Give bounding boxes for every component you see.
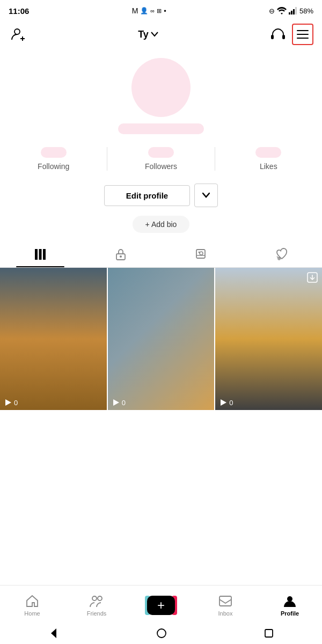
username-dropdown[interactable]: Ty — [138, 29, 158, 40]
play-icon-2 — [112, 399, 120, 406]
grid-icon: ⊞ — [157, 8, 162, 14]
tab-private[interactable] — [80, 241, 161, 267]
tag-icon — [195, 248, 208, 261]
status-icons: M 👤 ∞ ⊞ • — [132, 6, 166, 15]
svg-point-4 — [14, 29, 20, 34]
svg-rect-10 — [39, 249, 42, 260]
avatar — [131, 58, 191, 117]
system-nav — [0, 623, 322, 644]
username-display-bar — [118, 123, 204, 134]
grid-tab-icon — [34, 248, 47, 261]
nav-plus[interactable]: + — [129, 596, 193, 615]
video-grid: 0 0 0 — [0, 268, 322, 410]
plus-text: + — [157, 599, 165, 612]
back-button[interactable] — [48, 627, 60, 639]
status-bar: 11:06 M 👤 ∞ ⊞ • ⊖ 58% — [0, 0, 322, 19]
headphone-icon[interactable] — [268, 25, 288, 44]
no-sound-icon: ⊖ — [269, 7, 275, 15]
svg-marker-19 — [5, 399, 11, 406]
recents-button[interactable] — [264, 628, 274, 639]
signal-icon — [289, 7, 297, 14]
liked-icon — [275, 248, 288, 261]
inbox-icon — [218, 594, 232, 608]
video-thumb-3[interactable]: 0 — [215, 268, 322, 410]
voicemail-icon: ∞ — [150, 8, 155, 14]
followers-stat[interactable]: Followers — [107, 147, 215, 171]
menu-button[interactable] — [292, 24, 313, 45]
following-label: Following — [38, 162, 69, 171]
likes-stat[interactable]: Likes — [215, 147, 322, 171]
svg-marker-28 — [51, 628, 56, 638]
followers-count-bubble — [148, 147, 174, 158]
video-thumb-1[interactable]: 0 — [0, 268, 107, 410]
nav-home[interactable]: Home — [0, 594, 64, 617]
svg-rect-0 — [289, 12, 290, 14]
following-count-bubble — [41, 147, 67, 158]
play-icon-1 — [4, 399, 12, 406]
top-nav-left — [9, 25, 28, 44]
wifi-icon — [277, 7, 287, 14]
download-icon — [307, 272, 318, 283]
svg-rect-9 — [35, 249, 38, 260]
svg-point-25 — [98, 596, 102, 601]
notification-icon: 👤 — [140, 7, 148, 14]
plus-inner: + — [147, 596, 175, 615]
followers-label: Followers — [145, 162, 177, 171]
username-text: Ty — [138, 29, 149, 40]
caret-down-icon — [202, 193, 210, 198]
dot-icon: • — [164, 7, 166, 15]
svg-rect-11 — [43, 249, 46, 260]
likes-label: Likes — [260, 162, 277, 171]
profile-icon — [283, 594, 297, 608]
video-thumb-2[interactable]: 0 — [108, 268, 215, 410]
nav-profile[interactable]: Profile — [258, 594, 322, 617]
profile-label: Profile — [281, 610, 299, 617]
top-nav: Ty — [0, 19, 322, 49]
menu-line-3 — [297, 38, 309, 39]
svg-point-17 — [200, 252, 203, 255]
top-nav-right — [268, 24, 313, 45]
tab-liked[interactable] — [241, 241, 322, 267]
status-time: 11:06 — [9, 6, 29, 16]
gmail-icon: M — [132, 6, 138, 15]
status-right: ⊖ 58% — [269, 7, 313, 15]
friends-icon — [89, 594, 104, 608]
home-button[interactable] — [156, 627, 167, 639]
svg-rect-7 — [271, 35, 274, 39]
add-bio-button[interactable]: + Add bio — [133, 216, 190, 233]
chevron-down-icon — [151, 32, 158, 37]
edit-profile-button[interactable]: Edit profile — [104, 185, 190, 206]
more-options-button[interactable] — [194, 184, 218, 207]
action-row: Edit profile — [104, 184, 218, 207]
svg-marker-23 — [221, 399, 226, 406]
stats-row: Following Followers Likes — [0, 147, 322, 171]
svg-point-27 — [287, 596, 292, 602]
tab-tagged[interactable] — [161, 241, 241, 267]
svg-rect-3 — [295, 7, 297, 14]
home-icon — [25, 594, 39, 608]
menu-line-2 — [297, 34, 309, 35]
following-stat[interactable]: Following — [0, 147, 107, 171]
svg-rect-1 — [291, 11, 292, 14]
svg-rect-2 — [293, 9, 295, 14]
svg-point-24 — [92, 596, 97, 601]
svg-point-13 — [120, 255, 122, 258]
inbox-label: Inbox — [218, 610, 233, 617]
svg-rect-30 — [265, 630, 273, 637]
svg-point-29 — [157, 629, 166, 638]
nav-inbox[interactable]: Inbox — [193, 594, 258, 617]
content-tabs — [0, 241, 322, 268]
play-count-3: 0 — [219, 399, 233, 407]
nav-friends[interactable]: Friends — [64, 594, 129, 617]
lock-icon — [115, 248, 127, 261]
svg-marker-20 — [113, 399, 119, 406]
create-button[interactable]: + — [147, 596, 175, 615]
play-count-2: 0 — [112, 399, 126, 407]
home-label: Home — [24, 610, 40, 617]
svg-rect-14 — [196, 250, 205, 258]
friends-label: Friends — [87, 610, 107, 617]
tab-grid[interactable] — [0, 241, 80, 267]
add-user-button[interactable] — [9, 25, 28, 44]
play-count-1: 0 — [4, 399, 18, 407]
battery-percent: 58% — [299, 7, 313, 15]
